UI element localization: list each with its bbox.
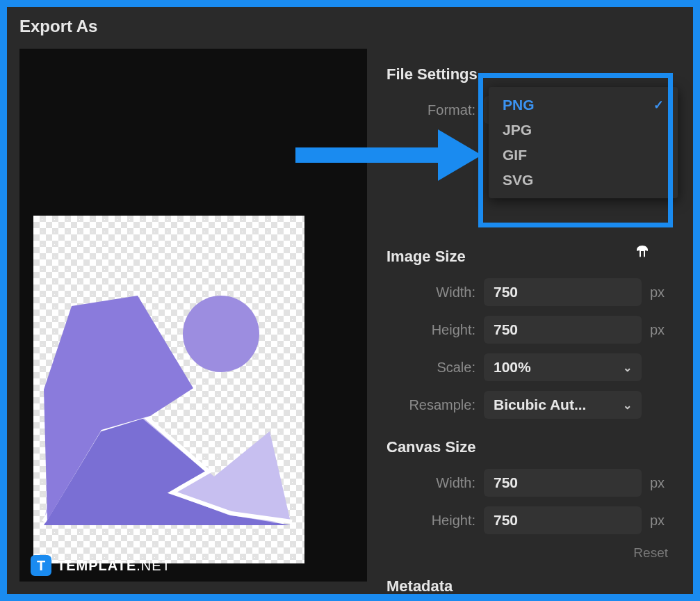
format-option-label: SVG [503, 172, 533, 189]
format-option-label: JPG [503, 122, 532, 138]
image-height-value: 750 [494, 321, 518, 338]
resample-label: Resample: [386, 397, 475, 413]
chevron-down-icon: ⌄ [623, 361, 632, 374]
format-dropdown-menu[interactable]: PNG ✓ JPG GIF SVG [489, 87, 678, 198]
image-width-input[interactable]: 750 [484, 278, 642, 306]
dialog-title: Export As [7, 7, 693, 49]
format-option-svg[interactable]: SVG [489, 168, 678, 193]
canvas-height-value: 750 [494, 512, 518, 529]
svg-point-0 [183, 296, 259, 372]
canvas-height-input[interactable]: 750 [484, 506, 642, 534]
canvas-width-value: 750 [494, 474, 518, 491]
watermark-text: TEMPLATE.NET [57, 558, 171, 574]
unit-px: px [650, 322, 674, 338]
watermark-badge: T [31, 555, 51, 576]
image-width-label: Width: [386, 285, 475, 300]
resample-dropdown[interactable]: Bicubic Aut... ⌄ [484, 391, 642, 419]
settings-pane: File Settings Format: PNG ⌄ PNG ✓ JPG [380, 49, 693, 594]
format-option-jpg[interactable]: JPG [489, 118, 678, 143]
format-option-label: GIF [503, 147, 527, 163]
preview-artwork [33, 216, 304, 563]
format-option-png[interactable]: PNG ✓ [489, 93, 678, 118]
unit-px: px [650, 513, 674, 529]
format-option-label: PNG [503, 97, 535, 113]
format-label: Format: [386, 102, 475, 118]
image-width-value: 750 [494, 284, 518, 300]
resample-value: Bicubic Aut... [494, 396, 586, 413]
preview-canvas [33, 216, 304, 563]
canvas-height-label: Height: [386, 513, 475, 529]
section-canvas-size: Canvas Size [386, 438, 674, 456]
chevron-down-icon: ⌄ [623, 399, 632, 412]
reset-button[interactable]: Reset [386, 545, 668, 561]
check-icon: ✓ [653, 97, 664, 113]
canvas-width-input[interactable]: 750 [484, 469, 642, 497]
scale-dropdown[interactable]: 100% ⌄ [484, 353, 642, 381]
scale-value: 100% [494, 359, 531, 376]
scale-label: Scale: [386, 360, 475, 376]
section-image-size: Image Size [386, 248, 674, 266]
watermark: T TEMPLATE.NET [31, 555, 171, 576]
cursor-icon [635, 243, 650, 259]
watermark-text-2: .NET [136, 558, 171, 573]
section-file-settings: File Settings [386, 65, 674, 83]
unit-px: px [650, 285, 674, 300]
canvas-width-label: Width: [386, 475, 475, 491]
image-height-input[interactable]: 750 [484, 316, 642, 344]
image-height-label: Height: [386, 322, 475, 338]
preview-pane [19, 49, 367, 582]
format-option-gif[interactable]: GIF [489, 143, 678, 168]
section-metadata: Metadata [386, 577, 674, 595]
watermark-text-1: TEMPLATE [57, 558, 136, 573]
unit-px: px [650, 475, 674, 491]
